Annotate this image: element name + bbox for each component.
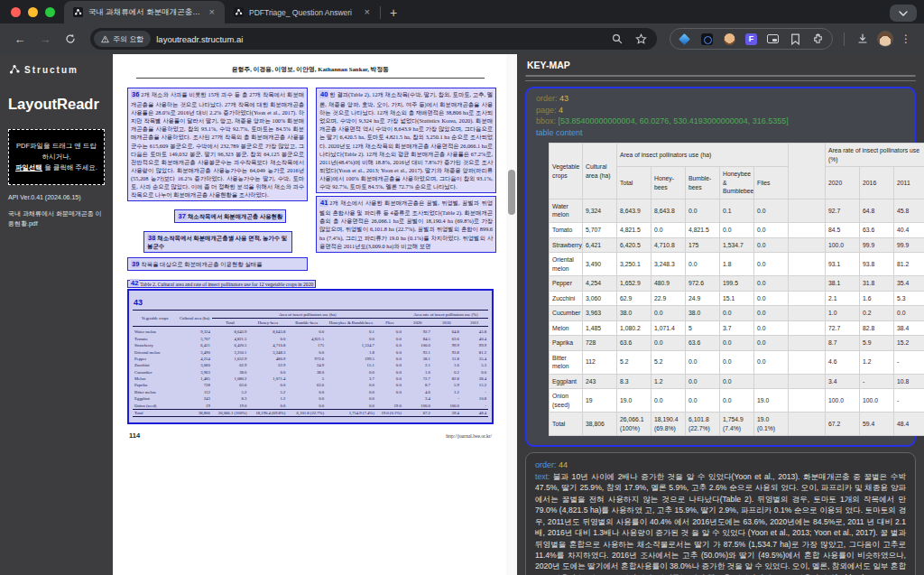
- data-cell: 0.1: [326, 327, 376, 336]
- data-cell: 243: [177, 395, 212, 402]
- data-cell: 99.9: [894, 237, 924, 253]
- back-button[interactable]: ←: [9, 28, 31, 50]
- empty-cell: [789, 350, 826, 374]
- data-cell: 59.4: [860, 413, 894, 436]
- browser-window: 국내 과채류에서 화분매개곤충 이용 × PDFTriage_ Question…: [0, 0, 924, 575]
- picture-in-picture-icon[interactable]: [766, 32, 780, 46]
- data-cell: 3.7: [326, 376, 376, 382]
- security-chip[interactable]: 주의 요함: [94, 31, 151, 47]
- keymap-search-input[interactable]: [525, 75, 916, 77]
- col-header: 2016: [432, 319, 461, 327]
- tab-close-icon[interactable]: ×: [362, 6, 373, 18]
- data-cell: 63.6: [617, 336, 651, 351]
- tab-layoutreadr[interactable]: 국내 과채류에서 화분매개곤충 이용 ×: [64, 1, 225, 23]
- table-row: Eggplant2438.31.20.00.03.4-10.8: [133, 395, 488, 402]
- data-cell: 38.0: [287, 368, 326, 375]
- f-extension-icon[interactable]: F: [745, 33, 757, 45]
- row-header-cell: Melon: [550, 320, 583, 336]
- star-icon: [635, 33, 647, 45]
- data-cell: 3,250.1: [617, 253, 651, 276]
- data-cell: 0.0: [287, 389, 326, 395]
- col-header: Flies: [376, 319, 403, 327]
- data-cell: 3.4: [403, 395, 432, 402]
- row-header-cell: Bitter melon: [133, 389, 177, 395]
- card-meta-order: order: 44: [535, 459, 906, 471]
- minimize-window-button[interactable]: [28, 7, 38, 17]
- pdf-dropzone[interactable]: PDF파일을 드래그 앤 드랍 하시거나, 파일선택 을 클릭해 주세요.: [8, 129, 105, 185]
- dark-extension-icon[interactable]: [700, 32, 714, 46]
- reload-button[interactable]: [60, 28, 81, 50]
- keymap-card-44[interactable]: order: 44 text: 불과 10년 사이에 2배나 증가한 것을 알 …: [525, 452, 916, 575]
- extracted-data-table: Vegetable crops Cultural area (ha) Area …: [549, 143, 924, 436]
- card-meta-type: table content: [536, 127, 905, 139]
- data-cell: 19.0: [754, 389, 789, 413]
- tab-search-button[interactable]: [890, 5, 917, 22]
- col-header: Total: [212, 319, 249, 327]
- avatar-extension-icon[interactable]: [723, 32, 736, 46]
- table-row: Pepper4,2541,652.9480.9972.6199.50.038.1…: [550, 276, 924, 292]
- col-header: Honeybee & Bumblebees: [326, 319, 376, 327]
- text-value: 불과 10년 사이에 2배나 증가한 것을 알 수 있었다(Yoon et al…: [535, 472, 906, 575]
- data-cell: 1.8: [720, 253, 754, 276]
- data-cell: 8.7: [403, 382, 432, 388]
- data-cell: 99.9: [432, 342, 461, 348]
- file-select-link[interactable]: 파일선택: [15, 163, 42, 172]
- close-window-button[interactable]: [11, 7, 21, 17]
- pdf-scrollbar[interactable]: [506, 54, 517, 575]
- pdf-scrollbar-thumb[interactable]: [508, 170, 515, 215]
- data-cell: 19.0: [617, 389, 651, 413]
- data-cell: 100.0: [403, 402, 432, 409]
- data-cell: 112: [177, 389, 212, 395]
- table-row: Zucchini3,06062.922.924.915.10.02.11.65.…: [133, 362, 488, 368]
- col-group-header: Area of insect pollinators use (ha): [212, 311, 403, 319]
- address-bar[interactable]: 주의 요함 layoutreadr.structum.ai: [90, 28, 657, 50]
- heading-block-37: 37채소작목에서 화분매개곤충 사용현황: [174, 209, 287, 223]
- bookmark-flag-icon[interactable]: [789, 32, 802, 46]
- block-label: 36: [131, 90, 140, 98]
- diamond-extension-icon[interactable]: [678, 32, 691, 46]
- data-cell: 0.0: [686, 350, 720, 374]
- url-text[interactable]: layoutreadr.structum.ai: [156, 34, 603, 44]
- tab-pdftriage[interactable]: PDFTriage_ Question Answeri ×: [225, 1, 380, 23]
- data-cell: 0.0: [720, 306, 754, 321]
- data-cell: 99.9: [860, 237, 894, 253]
- brand: Structum: [8, 63, 105, 76]
- data-cell: 72.7: [403, 376, 432, 382]
- data-cell: 1,080.2: [212, 376, 249, 382]
- data-cell: 10.8: [894, 374, 924, 389]
- keymap-card-43[interactable]: order: 43 page: 4 bbox: [53.854000000000…: [525, 87, 916, 447]
- data-cell: 24.9: [686, 291, 720, 306]
- data-cell: 0.0: [376, 376, 403, 382]
- pdf-right-column: 40한 결과(Table 2), 12개 채소작목(수박, 딸기, 참외, 토마…: [316, 88, 496, 271]
- puzzle-extensions-icon[interactable]: [811, 32, 825, 46]
- data-cell: 5.2: [617, 350, 651, 374]
- zoom-window-button[interactable]: [45, 7, 55, 17]
- table-row: Cucumber3,96338.00.038.00.00.01.00.20.0: [550, 306, 924, 321]
- block-text: 채소작목에서 화분매개곤충 사용현황: [188, 213, 282, 219]
- data-cell: 0.0: [754, 320, 789, 336]
- menu-kebab-icon[interactable]: ⋮: [897, 32, 915, 45]
- forward-button[interactable]: →: [34, 28, 56, 50]
- downloads-button[interactable]: [852, 28, 873, 50]
- row-header-cell: Total: [550, 413, 583, 436]
- tab-close-icon[interactable]: ×: [207, 6, 217, 18]
- data-cell: 22.9: [248, 362, 287, 368]
- data-cell: 5.2: [651, 350, 686, 374]
- data-cell: 0.0: [248, 336, 287, 342]
- extracted-table-wrap: Vegetable crops Cultural area (ha) Area …: [549, 143, 903, 436]
- keymap-collapsed-box[interactable]: [525, 80, 916, 81]
- table-row: Tomato5,7074,821.50.04,821.50.00.084.563…: [133, 336, 488, 342]
- bookmark-star-button[interactable]: [632, 33, 650, 45]
- profile-avatar[interactable]: [877, 31, 893, 47]
- paper-authors: 윤형주, 이경용, 이영보, 이안영, Kathannan Sankar, 박정…: [136, 65, 485, 79]
- data-cell: 1,652.9: [212, 356, 249, 362]
- data-cell: 1.0: [403, 368, 432, 375]
- data-cell: 0.0: [754, 276, 789, 292]
- empty-cell: [789, 374, 826, 389]
- pdf-left-column: 362개 채소와 사과를 비롯한 15개 과수 등 총 27개 작목에서 화분매…: [127, 88, 308, 271]
- zoom-search-button[interactable]: [608, 33, 626, 44]
- new-tab-button[interactable]: +: [384, 5, 406, 23]
- data-cell: 6,420.5: [617, 237, 651, 253]
- data-cell: 26,066.1 (100%): [617, 413, 651, 436]
- col-header: Honey-bees: [248, 319, 287, 327]
